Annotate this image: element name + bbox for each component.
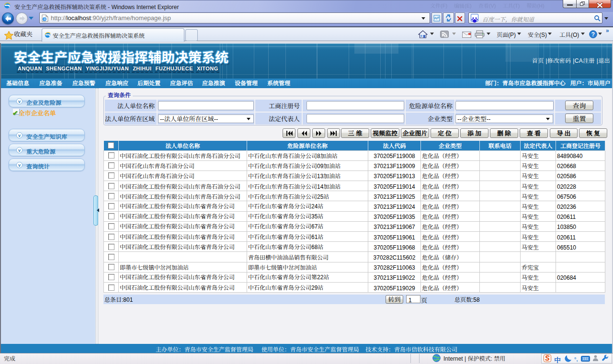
- svg-text:?: ?: [591, 31, 595, 38]
